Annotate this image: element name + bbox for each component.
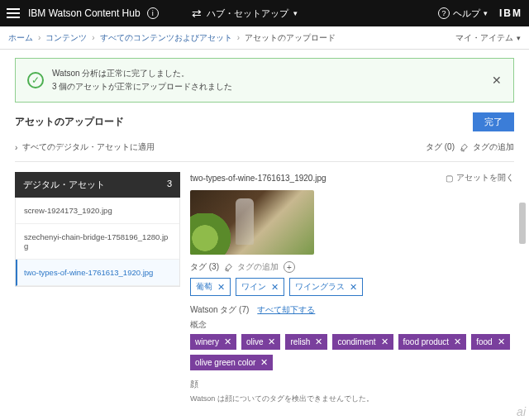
remove-tag-icon[interactable]: ✕ [271, 282, 279, 293]
watson-tag-chip[interactable]: winery✕ [190, 334, 236, 350]
remove-tag-icon[interactable]: ✕ [260, 357, 268, 368]
digital-assets-count: 3 [167, 179, 172, 191]
alert-line1: Watson 分析は正常に完了しました。 [52, 67, 232, 80]
open-asset-button[interactable]: ▢ アセットを開く [446, 172, 514, 184]
success-alert: ✓ Watson 分析は正常に完了しました。 3 個のアセットが正常にアップロー… [15, 58, 514, 103]
add-tag-button[interactable]: + [284, 261, 295, 273]
digital-assets-header: デジタル・アセット 3 [15, 172, 180, 198]
digital-assets-title: デジタル・アセット [23, 179, 105, 191]
watson-tag-chip[interactable]: food product✕ [398, 334, 467, 350]
no-detect-note: Watson は顔についてのタグを検出できませんでした。 [190, 394, 514, 404]
add-tag-input[interactable]: タグの追加 [237, 261, 279, 273]
watson-tag-list: winery✕ olive✕ relish✕ condiment✕ food p… [190, 334, 514, 370]
remove-tag-icon[interactable]: ✕ [381, 336, 388, 347]
swap-icon: ⇄ [192, 7, 202, 20]
help-menu[interactable]: ? ヘルプ ▾ [438, 7, 488, 20]
remove-tag-icon[interactable]: ✕ [315, 336, 322, 347]
help-label: ヘルプ [453, 7, 480, 20]
open-icon: ▢ [446, 174, 453, 183]
brand-title: IBM Watson Content Hub [28, 7, 141, 19]
asset-thumbnail[interactable] [190, 190, 314, 255]
menu-icon[interactable] [7, 8, 20, 18]
tag-icon: 🏷 [222, 261, 235, 274]
watson-tag-chip[interactable]: olive✕ [241, 334, 281, 350]
list-item[interactable]: szechenyi-chain-bridge-1758196_1280.jpg [16, 224, 179, 260]
my-items-menu[interactable]: マイ・アイテム ▾ [455, 32, 521, 44]
tag-chip[interactable]: ワイングラス✕ [289, 278, 363, 296]
chevron-down-icon: ▾ [484, 9, 488, 17]
crumb-home[interactable]: ホーム [8, 32, 33, 44]
remove-tag-icon[interactable]: ✕ [498, 336, 505, 347]
tag-count-label: タグ (3) [190, 261, 219, 273]
chevron-right-icon[interactable]: › [15, 143, 17, 152]
watson-tag-chip[interactable]: relish✕ [285, 334, 327, 350]
watermark: ai [517, 405, 526, 418]
tag-chip[interactable]: 葡萄✕ [190, 278, 231, 296]
check-icon: ✓ [27, 72, 44, 88]
reject-all-link[interactable]: すべて却下する [257, 304, 315, 316]
open-asset-label: アセットを開く [456, 172, 514, 184]
tag-chip[interactable]: ワイン✕ [236, 278, 284, 296]
detail-filename: two-types-of-wine-1761613_1920.jpg [190, 174, 326, 183]
hub-setup-label: ハブ・セットアップ [207, 7, 288, 20]
breadcrumb: ホーム › コンテンツ › すべてのコンテンツおよびアセット › アセットのアッ… [0, 26, 529, 50]
color-label: 顔 [190, 379, 514, 390]
remove-tag-icon[interactable]: ✕ [454, 336, 461, 347]
watson-tag-chip[interactable]: olive green color✕ [190, 355, 273, 370]
watson-tag-label: Watson タグ (7) [190, 304, 249, 316]
scrollbar[interactable] [516, 58, 527, 420]
info-icon[interactable]: i [147, 7, 159, 19]
done-button[interactable]: 完了 [473, 112, 514, 131]
crumb-all-assets[interactable]: すべてのコンテンツおよびアセット [100, 32, 232, 44]
watson-tag-chip[interactable]: condiment✕ [332, 334, 393, 350]
crumb-content[interactable]: コンテンツ [45, 32, 87, 44]
list-item[interactable]: two-types-of-wine-1761613_1920.jpg [16, 260, 179, 286]
remove-tag-icon[interactable]: ✕ [224, 336, 231, 347]
my-items-label: マイ・アイテム [455, 32, 513, 44]
page-title: アセットのアップロード [15, 115, 124, 129]
alert-line2: 3 個のアセットが正常にアップロードされました [52, 80, 232, 93]
crumb-current: アセットのアップロード [245, 32, 336, 44]
alert-close-button[interactable]: ✕ [492, 74, 502, 87]
tag-count-all: タグ (0) [426, 141, 455, 153]
remove-tag-icon[interactable]: ✕ [217, 282, 225, 293]
ibm-logo: IBM [499, 7, 522, 19]
remove-tag-icon[interactable]: ✕ [350, 282, 357, 293]
concept-label: 概念 [190, 319, 514, 331]
scroll-thumb[interactable] [519, 203, 526, 244]
tag-icon: 🏷 [458, 141, 470, 154]
chevron-down-icon: ▾ [517, 34, 521, 42]
help-icon: ? [438, 7, 450, 19]
asset-list: screw-1924173_1920.jpg szechenyi-chain-b… [15, 198, 180, 287]
add-tag-all[interactable]: タグの追加 [473, 141, 514, 153]
hub-setup-menu[interactable]: ⇄ ハブ・セットアップ ▾ [192, 7, 298, 20]
list-item[interactable]: screw-1924173_1920.jpg [16, 198, 179, 224]
chevron-down-icon: ▾ [293, 9, 298, 17]
remove-tag-icon[interactable]: ✕ [268, 336, 275, 347]
apply-all-label[interactable]: すべてのデジタル・アセットに適用 [22, 141, 155, 153]
watson-tag-chip[interactable]: food✕ [471, 334, 509, 350]
user-tag-list: 葡萄✕ ワイン✕ ワイングラス✕ [190, 278, 514, 296]
